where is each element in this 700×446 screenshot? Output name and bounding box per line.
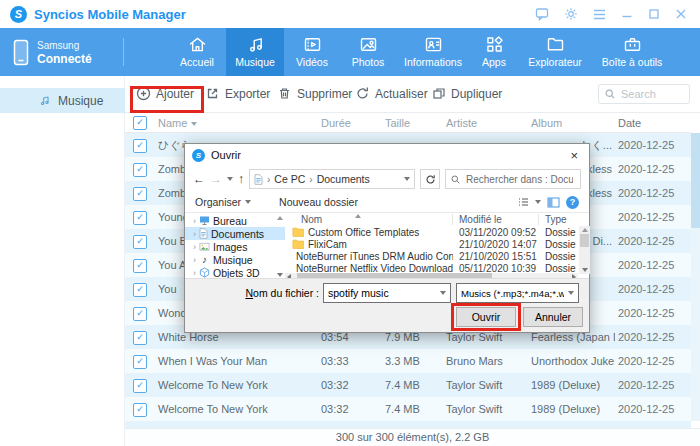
table-scrollbar-thumb[interactable] xyxy=(691,133,700,228)
col-artist[interactable]: Artiste xyxy=(443,117,528,129)
search-box[interactable] xyxy=(598,84,690,104)
sidebar-item-musique[interactable]: Musique xyxy=(0,88,125,113)
scroll-down-icon[interactable] xyxy=(582,268,588,272)
open-button[interactable]: Ouvrir xyxy=(456,307,516,327)
col-type[interactable]: Type xyxy=(539,214,577,225)
expander-icon[interactable]: › xyxy=(193,229,196,239)
table-row[interactable]: ✓ Welcome To New York 03:32 7.4 MB Taylo… xyxy=(125,373,691,397)
feedback-icon[interactable] xyxy=(535,7,549,21)
expander-icon[interactable]: › xyxy=(193,268,196,278)
col-modifie[interactable]: Modifié le xyxy=(453,214,539,225)
col-duration[interactable]: Durée xyxy=(318,117,382,129)
filetype-select[interactable]: Musics (*.mp3;*.m4a;*.wma;*.w xyxy=(456,283,579,303)
new-folder-button[interactable]: Nouveau dossier xyxy=(279,196,358,208)
filetype-caret-icon[interactable] xyxy=(568,291,574,295)
back-arrow-icon[interactable]: ← xyxy=(193,173,205,185)
preview-pane-icon[interactable] xyxy=(547,197,560,208)
tree-scroll-up-icon[interactable] xyxy=(277,216,283,220)
refresh-button[interactable]: Actualiser xyxy=(355,86,428,101)
row-checkbox[interactable]: ✓ xyxy=(133,139,147,153)
tree-item-musique[interactable]: › ♪ Musique xyxy=(185,253,285,266)
table-scrollbar[interactable] xyxy=(691,133,700,421)
breadcrumb-folder[interactable]: Documents xyxy=(317,173,370,185)
maximize-icon[interactable] xyxy=(648,8,660,20)
file-list-vscrollbar[interactable] xyxy=(579,226,590,274)
row-checkbox[interactable]: ✓ xyxy=(133,163,147,177)
export-button[interactable]: Exporter xyxy=(205,86,270,101)
sidebar-item-label: Musique xyxy=(58,94,103,108)
tab-videos[interactable]: Vidéos xyxy=(284,28,340,76)
expander-icon[interactable]: › xyxy=(193,216,196,226)
cancel-button[interactable]: Annuler xyxy=(523,307,583,327)
dialog-refresh-button[interactable] xyxy=(420,169,440,189)
file-row[interactable]: Custom Office Templates 03/11/2020 09:52… xyxy=(285,226,591,238)
col-album[interactable]: Album xyxy=(528,117,615,129)
expander-icon[interactable]: › xyxy=(193,242,196,252)
tab-boite-a-outils[interactable]: Boîte à outils xyxy=(592,28,672,76)
organize-button[interactable]: Organiser xyxy=(195,196,241,208)
cell-size: 3.3 MB xyxy=(382,355,443,367)
minimize-icon[interactable] xyxy=(621,8,633,20)
menu-icon[interactable] xyxy=(593,9,606,20)
breadcrumb-root[interactable]: Ce PC xyxy=(274,173,305,185)
table-row[interactable]: ✓ When I Was Your Man 03:33 3.3 MB Bruno… xyxy=(125,349,691,373)
table-row[interactable]: ✓ Welcome To New York 03:32 7.4 MB Taylo… xyxy=(125,397,691,421)
row-checkbox[interactable]: ✓ xyxy=(133,259,147,273)
row-checkbox[interactable]: ✓ xyxy=(133,211,147,225)
tree-item-bureau[interactable]: › Bureau xyxy=(185,214,285,227)
row-checkbox[interactable]: ✓ xyxy=(133,355,147,369)
forward-arrow-icon[interactable]: → xyxy=(210,173,222,185)
file-name: Custom Office Templates xyxy=(308,227,419,238)
search-input[interactable] xyxy=(619,87,685,101)
scroll-up-icon[interactable] xyxy=(582,228,588,232)
select-all-checkbox[interactable]: ✓ xyxy=(133,116,147,130)
tab-informations[interactable]: Informations xyxy=(396,28,470,76)
tree-item-images[interactable]: › Images xyxy=(185,240,285,253)
row-checkbox[interactable]: ✓ xyxy=(133,379,147,393)
tree-item-documents[interactable]: › Documents xyxy=(185,227,285,240)
add-button[interactable]: Ajouter xyxy=(136,86,194,101)
file-row[interactable]: NoteBurner iTunes DRM Audio Converter 21… xyxy=(285,250,591,262)
col-name[interactable]: Name xyxy=(155,117,318,129)
close-icon[interactable] xyxy=(675,8,687,20)
dialog-titlebar[interactable]: S Ouvrir × xyxy=(185,144,589,166)
tab-accueil[interactable]: Accueil xyxy=(168,28,226,76)
tab-apps[interactable]: Apps xyxy=(470,28,518,76)
vscroll-thumb[interactable] xyxy=(580,234,589,247)
delete-button[interactable]: Supprimer xyxy=(277,86,352,101)
organize-caret-icon xyxy=(245,200,251,204)
dialog-close-icon[interactable]: × xyxy=(570,149,578,162)
row-checkbox[interactable]: ✓ xyxy=(133,187,147,201)
tab-musique[interactable]: Musique xyxy=(226,28,284,76)
tree-scroll-down-icon[interactable] xyxy=(277,273,283,277)
col-nom[interactable]: Nom xyxy=(285,214,453,225)
settings-gear-icon[interactable] xyxy=(564,7,578,21)
filename-input[interactable] xyxy=(324,286,436,300)
tab-photos[interactable]: Photos xyxy=(340,28,396,76)
up-arrow-icon[interactable]: ↑ xyxy=(238,173,244,185)
duplicate-button[interactable]: Dupliquer xyxy=(431,86,502,101)
dialog-search-box[interactable] xyxy=(445,169,581,189)
row-checkbox[interactable]: ✓ xyxy=(133,307,147,321)
filename-caret-icon[interactable] xyxy=(440,291,446,295)
row-checkbox[interactable]: ✓ xyxy=(133,331,147,345)
col-date[interactable]: Date xyxy=(615,117,691,129)
dialog-search-input[interactable] xyxy=(464,173,575,186)
tab-explorateur[interactable]: Explorateur xyxy=(518,28,592,76)
col-size[interactable]: Taille xyxy=(382,117,443,129)
list-view-icon[interactable] xyxy=(517,196,529,208)
history-caret-icon[interactable] xyxy=(227,177,233,181)
file-row[interactable]: FlixiCam 21/10/2020 14:07 Dossie xyxy=(285,238,591,250)
device-panel[interactable]: Samsung Connecté xyxy=(13,39,92,66)
row-checkbox[interactable]: ✓ xyxy=(133,283,147,297)
expander-icon[interactable]: › xyxy=(193,255,196,265)
cell-name: Welcome To New York xyxy=(155,379,318,391)
row-checkbox[interactable]: ✓ xyxy=(133,403,147,417)
video-icon xyxy=(302,34,323,55)
view-caret-icon[interactable] xyxy=(535,200,541,204)
address-caret-icon[interactable] xyxy=(404,177,410,181)
row-checkbox[interactable]: ✓ xyxy=(133,235,147,249)
filename-combo[interactable] xyxy=(323,283,451,303)
address-bar[interactable]: › Ce PC › Documents xyxy=(249,169,415,189)
help-icon[interactable]: ? xyxy=(566,196,579,209)
